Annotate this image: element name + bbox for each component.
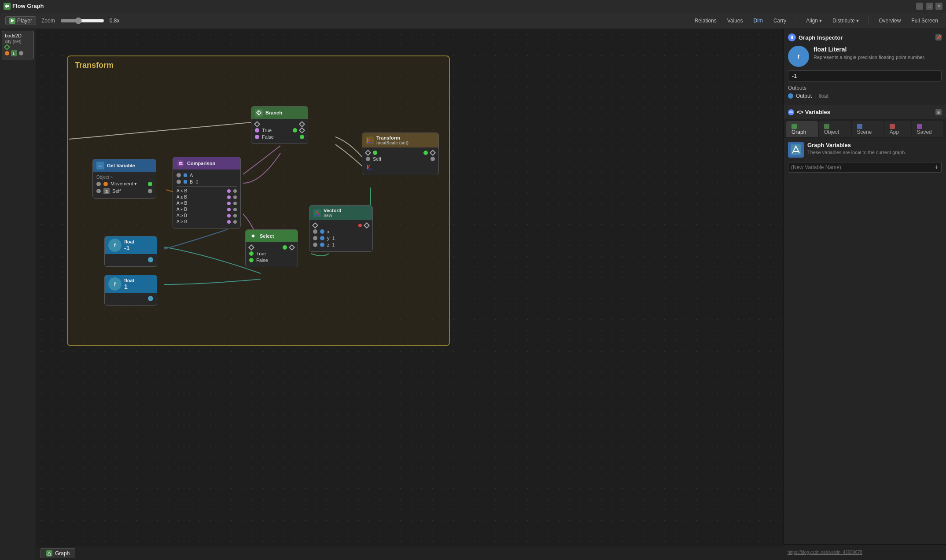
node-get-variable-header: ↔ Get Variable: [93, 159, 156, 172]
dim-button[interactable]: Dim: [751, 17, 766, 25]
float-literal-icon: f: [791, 49, 806, 63]
node-get-variable[interactable]: ↔ Get Variable Object ÷ Movement ▾ S Sel: [92, 159, 156, 199]
self-icon: S: [103, 188, 110, 194]
port-input-gray: [96, 182, 101, 186]
var-tab-scene[interactable]: Scene: [852, 121, 883, 137]
titlebar: Flow Graph ─ □ ✕: [0, 0, 946, 12]
overview-button[interactable]: Overview: [876, 17, 903, 25]
svg-text:f: f: [798, 53, 800, 60]
node-vector3[interactable]: Vector3 new x: [309, 205, 373, 252]
svg-rect-15: [366, 136, 374, 144]
comp-gt-out: [227, 220, 231, 224]
branch-icon: [255, 109, 263, 117]
node-comparison[interactable]: ⚖ Comparison A B 0 A < B: [173, 157, 241, 228]
variables-panel: <> <> Variables ▣ Graph Object: [784, 105, 946, 560]
node-float-pos1-header: f float 1: [105, 275, 157, 293]
graph-tab-label: Graph: [55, 550, 70, 556]
minimize-button[interactable]: ─: [916, 3, 923, 10]
select-true-row: True: [249, 251, 294, 256]
comp-b-color-2: [184, 180, 187, 184]
branch-title: Branch: [265, 110, 282, 115]
svg-rect-20: [791, 124, 797, 129]
node-branch[interactable]: Branch True False: [251, 106, 308, 144]
node-float-neg1[interactable]: f float -1: [104, 236, 157, 267]
float-pos1-icon: f: [108, 277, 121, 291]
output-label: Output: [796, 93, 812, 99]
fullscreen-button[interactable]: Full Screen: [909, 17, 941, 25]
close-button[interactable]: ✕: [935, 3, 942, 10]
graph-tab[interactable]: Graph: [40, 548, 75, 558]
add-variable-button[interactable]: +: [935, 163, 939, 171]
canvas-area[interactable]: Transform ↔ Get Variable Object ÷ Moveme…: [36, 29, 783, 560]
distribute-button[interactable]: Distribute ▾: [830, 17, 861, 25]
svg-rect-21: [824, 124, 829, 129]
get-var-icon: ↔: [96, 162, 104, 169]
comp-lte-out: [227, 195, 231, 199]
graph-inspector: 9 Graph Inspector 📌 f float Literal Repr…: [784, 29, 946, 105]
branch-true-row: True: [255, 128, 304, 133]
align-button[interactable]: Align ▾: [803, 17, 825, 25]
select-false-port: [249, 258, 254, 262]
inspector-value-input[interactable]: -1: [788, 70, 942, 81]
comp-row-neq: A ≠ B: [177, 207, 237, 212]
transform-exec-out: [430, 150, 436, 156]
node-float-neg1-header: f float -1: [105, 236, 157, 254]
variables-tabs: Graph Object Scene: [784, 119, 946, 137]
new-variable-name-input[interactable]: [791, 164, 932, 170]
comp-lt-out: [227, 189, 231, 193]
maximize-button[interactable]: □: [926, 3, 933, 10]
graph-tab-icon-small: [791, 124, 797, 129]
branch-exec-port-in: [254, 121, 260, 127]
var-tab-app[interactable]: App: [884, 121, 911, 137]
left-panel: body2D city (set) L: [0, 29, 36, 560]
port-output-green: [148, 182, 152, 186]
graph-var-icon-svg: [791, 144, 801, 155]
node-transform-localscale[interactable]: Transform localScale (set) Self: [362, 133, 439, 175]
branch-true-out: [293, 128, 297, 133]
select-exec-row: [249, 245, 294, 250]
var-tab-object[interactable]: Object: [819, 121, 851, 137]
relations-button[interactable]: Relations: [692, 17, 719, 25]
node-vector3-header: Vector3 new: [309, 206, 372, 220]
object-tab-icon: [824, 124, 829, 129]
branch-true-in: [255, 128, 259, 133]
v3-out-x: [358, 224, 362, 227]
var-tab-saved[interactable]: Saved: [912, 121, 943, 137]
transform-exec-row: [366, 151, 435, 155]
comp-lt-bool: [233, 189, 237, 193]
var-tab-app-label: App: [890, 129, 899, 135]
node-branch-header: Branch: [251, 107, 308, 119]
object-icon: L: [11, 50, 17, 56]
comp-gte-bool: [233, 214, 237, 217]
inspector-output-row: Output : float: [788, 93, 942, 99]
variables-expand-button[interactable]: ▣: [935, 109, 942, 115]
select-exec-in: [248, 244, 254, 251]
get-variable-title: Get Variable: [107, 163, 135, 168]
float-pos1-out-port: [148, 296, 153, 301]
node-float-pos1[interactable]: f float 1: [104, 275, 157, 306]
left-node[interactable]: body2D city (set) L: [2, 31, 34, 59]
v3-in-left-y: [313, 236, 317, 240]
svg-text:S: S: [105, 189, 108, 194]
graph-var-desc: These variables are local to the current…: [807, 149, 906, 156]
inspector-node-info: float Literal Represents a single-precis…: [813, 46, 942, 61]
zoom-value: 0.8x: [110, 18, 123, 24]
var-tab-graph[interactable]: Graph: [786, 121, 818, 137]
port-movement: [103, 182, 108, 186]
select-icon: [249, 232, 257, 240]
v3-in-left: [313, 229, 317, 234]
values-button[interactable]: Values: [725, 17, 746, 25]
inspector-pin-button[interactable]: 📌: [935, 34, 942, 41]
node-get-variable-body: Object ÷ Movement ▾ S Self: [93, 172, 156, 198]
player-button[interactable]: Player: [5, 16, 36, 25]
node-select[interactable]: Select True False: [245, 229, 298, 267]
zoom-slider[interactable]: [60, 17, 104, 24]
v3-exec-in: [312, 222, 318, 228]
toolbar-separator: [796, 16, 796, 25]
port-orange-left: [5, 51, 9, 55]
output-type: float: [818, 93, 828, 99]
carry-button[interactable]: Carry: [771, 17, 789, 25]
var-tab-scene-label: Scene: [857, 129, 872, 135]
select-title: Select: [260, 233, 274, 239]
left-port-row-1: L: [5, 50, 31, 56]
